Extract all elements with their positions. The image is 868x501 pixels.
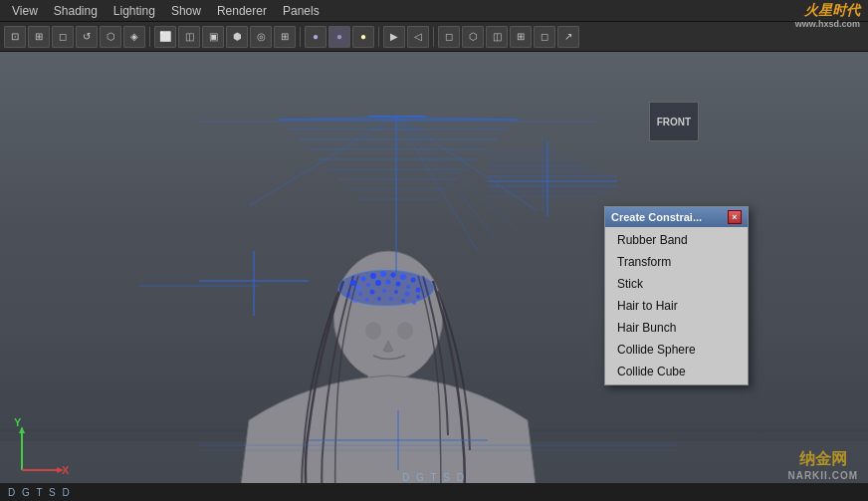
toolbar-icon-select[interactable]: ⊡ <box>4 26 26 48</box>
dialog-body: Rubber Band Transform Stick Hair to Hair… <box>605 227 748 384</box>
dialog-item-rubber-band[interactable]: Rubber Band <box>605 229 748 251</box>
dialog-item-transform[interactable]: Transform <box>605 251 748 273</box>
toolbar-icon-14[interactable]: ◻ <box>438 26 460 48</box>
status-indicator: D G T S D <box>402 472 466 483</box>
toolbar-icon-16[interactable]: ◫ <box>486 26 508 48</box>
toolbar-icon-7[interactable]: ⬜ <box>154 26 176 48</box>
status-text: D G T S D <box>8 487 72 498</box>
dialog-close-button[interactable]: × <box>728 210 742 224</box>
menubar: View Shading Lighting Show Renderer Pane… <box>0 0 868 22</box>
menu-show[interactable]: Show <box>163 2 209 20</box>
dialog-item-hair-to-hair[interactable]: Hair to Hair <box>605 295 748 317</box>
toolbar-icon-6[interactable]: ◈ <box>123 26 145 48</box>
toolbar-icon-10[interactable]: ⬢ <box>226 26 248 48</box>
menu-view[interactable]: View <box>4 2 46 20</box>
toolbar-separator-3 <box>378 27 379 47</box>
toolbar-separator-2 <box>300 27 301 47</box>
toolbar-icon-11[interactable]: ◎ <box>250 26 272 48</box>
dialog-item-collide-cube[interactable]: Collide Cube <box>605 361 748 382</box>
dialog-item-hair-bunch[interactable]: Hair Bunch <box>605 317 748 339</box>
dialog-title: Create Constrai... <box>611 211 702 223</box>
menu-shading[interactable]: Shading <box>46 2 106 20</box>
dialog-item-stick[interactable]: Stick <box>605 273 748 295</box>
toolbar-icon-rotate[interactable]: ↺ <box>76 26 98 48</box>
dialog-item-collide-sphere[interactable]: Collide Sphere <box>605 339 748 361</box>
toolbar-icon-sphere2[interactable]: ● <box>328 26 350 48</box>
toolbar-icon-sphere1[interactable]: ● <box>305 26 326 48</box>
toolbar-icon-17[interactable]: ⊞ <box>510 26 532 48</box>
toolbar-icon-15[interactable]: ⬡ <box>462 26 484 48</box>
toolbar-icon-8[interactable]: ◫ <box>178 26 200 48</box>
toolbar-icon-18[interactable]: ◻ <box>534 26 555 48</box>
toolbar-icon-9[interactable]: ▣ <box>202 26 224 48</box>
watermark-logo: 纳金网 NARKII.COM <box>787 449 858 481</box>
viewport-statusbar: D G T S D <box>0 483 868 501</box>
toolbar-icon-13[interactable]: ◁ <box>407 26 429 48</box>
toolbar-icon-scale[interactable]: ◻ <box>52 26 74 48</box>
menu-lighting[interactable]: Lighting <box>106 2 163 20</box>
constraint-dialog: Create Constrai... × Rubber Band Transfo… <box>604 206 749 385</box>
toolbar: ⊡ ⊞ ◻ ↺ ⬡ ◈ ⬜ ◫ ▣ ⬢ ◎ ⊞ ● ● ● ▶ ◁ ◻ ⬡ ◫ … <box>0 22 868 52</box>
toolbar-icon-play[interactable]: ▶ <box>383 26 405 48</box>
view-cube[interactable]: FRONT <box>649 102 699 141</box>
toolbar-separator-1 <box>149 27 150 47</box>
app-logo: 火星时代 www.hxsd.com <box>795 2 860 30</box>
menu-renderer[interactable]: Renderer <box>209 2 275 20</box>
toolbar-icon-12[interactable]: ⊞ <box>274 26 296 48</box>
toolbar-separator-4 <box>433 27 434 47</box>
viewport-3d[interactable]: Y X FRONT D G T S D 纳金网 NARKII.COM Creat… <box>0 52 868 501</box>
toolbar-icon-share[interactable]: ↗ <box>557 26 579 48</box>
menu-panels[interactable]: Panels <box>275 2 327 20</box>
toolbar-icon-sphere3[interactable]: ● <box>352 26 374 48</box>
toolbar-icon-5[interactable]: ⬡ <box>100 26 121 48</box>
toolbar-icon-move[interactable]: ⊞ <box>28 26 50 48</box>
dialog-titlebar: Create Constrai... × <box>605 207 748 227</box>
